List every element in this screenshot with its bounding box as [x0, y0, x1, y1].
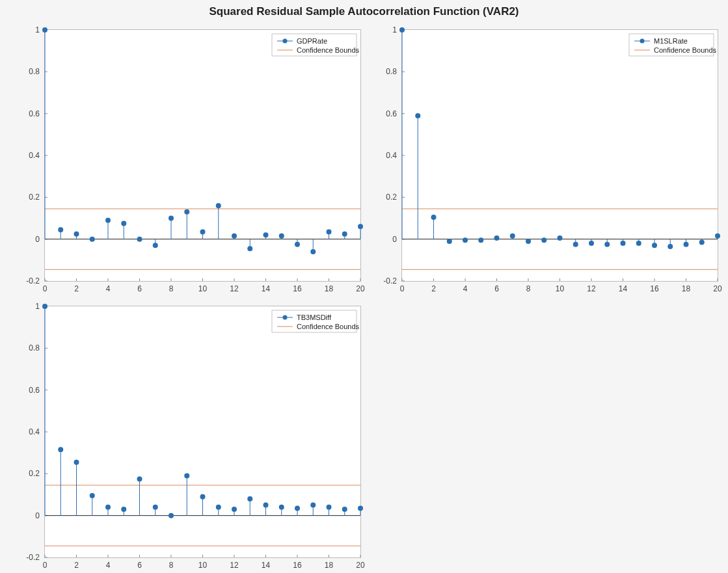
- svg-point-80: [358, 224, 363, 229]
- acf-panel-m1slrate: -0.200.20.40.60.8102468101214161820M1SLR…: [401, 29, 718, 282]
- svg-text:16: 16: [293, 561, 302, 570]
- svg-text:0.6: 0.6: [29, 109, 40, 118]
- svg-point-40: [42, 27, 47, 33]
- svg-point-246: [295, 505, 300, 511]
- svg-point-58: [184, 209, 189, 215]
- svg-point-74: [310, 249, 316, 254]
- svg-point-64: [232, 233, 237, 239]
- svg-point-151: [589, 241, 594, 246]
- svg-point-257: [283, 315, 288, 320]
- svg-point-46: [90, 237, 95, 242]
- svg-text:0.4: 0.4: [29, 151, 40, 160]
- svg-text:4: 4: [463, 284, 468, 293]
- svg-point-228: [153, 505, 158, 510]
- svg-text:0: 0: [43, 284, 47, 293]
- svg-text:6: 6: [494, 284, 499, 293]
- svg-text:4: 4: [106, 284, 111, 293]
- svg-point-157: [636, 241, 641, 246]
- svg-point-131: [431, 215, 437, 220]
- svg-point-155: [621, 241, 626, 246]
- svg-text:18: 18: [325, 284, 334, 293]
- svg-point-135: [463, 237, 468, 243]
- svg-point-72: [295, 242, 300, 247]
- svg-point-222: [105, 505, 111, 510]
- svg-text:Confidence Bounds: Confidence Bounds: [654, 46, 717, 54]
- svg-text:14: 14: [262, 284, 271, 293]
- svg-text:18: 18: [325, 561, 334, 570]
- acf-panel-tb3msdiff: -0.200.20.40.60.8102468101214161820TB3MS…: [44, 306, 361, 558]
- svg-text:0: 0: [35, 235, 40, 244]
- svg-point-167: [715, 233, 720, 239]
- svg-point-129: [415, 113, 420, 118]
- svg-text:1: 1: [35, 25, 40, 34]
- svg-text:10: 10: [198, 561, 208, 570]
- svg-point-48: [105, 218, 111, 223]
- svg-point-159: [652, 243, 657, 248]
- svg-text:20: 20: [356, 561, 365, 570]
- svg-text:GDPRate: GDPRate: [297, 37, 327, 45]
- svg-text:6: 6: [137, 561, 142, 570]
- svg-point-161: [667, 244, 673, 249]
- acf-panel-gdprate: -0.200.20.40.60.8102468101214161820GDPRa…: [44, 29, 361, 282]
- svg-text:0: 0: [400, 284, 405, 293]
- svg-text:-0.2: -0.2: [26, 276, 40, 286]
- svg-point-66: [247, 246, 252, 251]
- svg-text:0.4: 0.4: [386, 151, 397, 160]
- svg-text:0.6: 0.6: [386, 109, 397, 118]
- svg-point-226: [137, 476, 142, 481]
- svg-text:0.2: 0.2: [386, 193, 397, 202]
- svg-point-153: [604, 242, 610, 247]
- svg-text:16: 16: [650, 284, 659, 293]
- svg-point-52: [137, 237, 142, 242]
- svg-text:10: 10: [556, 284, 565, 293]
- svg-text:-0.2: -0.2: [383, 276, 397, 286]
- svg-text:2: 2: [74, 561, 79, 570]
- svg-point-70: [279, 233, 284, 239]
- svg-text:14: 14: [262, 561, 271, 570]
- svg-point-147: [558, 235, 563, 241]
- svg-point-230: [169, 513, 174, 518]
- svg-text:M1SLRate: M1SLRate: [654, 37, 688, 45]
- svg-point-170: [640, 39, 645, 44]
- svg-point-143: [526, 239, 531, 244]
- figure-title: Squared Residual Sample Autocorrelation …: [0, 5, 728, 18]
- svg-point-60: [200, 229, 206, 234]
- svg-point-240: [247, 496, 252, 501]
- svg-text:6: 6: [137, 284, 142, 293]
- svg-point-252: [342, 507, 347, 512]
- svg-point-242: [263, 503, 269, 508]
- svg-text:18: 18: [682, 284, 691, 293]
- svg-text:-0.2: -0.2: [26, 553, 40, 562]
- svg-point-54: [153, 243, 158, 248]
- svg-text:10: 10: [198, 284, 208, 293]
- svg-point-216: [58, 447, 63, 452]
- figure: Squared Residual Sample Autocorrelation …: [0, 0, 728, 573]
- svg-point-141: [510, 233, 515, 239]
- svg-text:12: 12: [230, 284, 239, 293]
- svg-point-139: [494, 235, 500, 241]
- svg-point-56: [169, 216, 174, 221]
- svg-point-44: [74, 232, 79, 237]
- svg-text:TB3MSDiff: TB3MSDiff: [297, 313, 332, 321]
- svg-point-250: [327, 505, 332, 510]
- svg-point-78: [342, 232, 347, 237]
- svg-text:8: 8: [169, 284, 174, 293]
- svg-text:12: 12: [230, 561, 239, 570]
- svg-point-68: [263, 232, 269, 237]
- svg-point-224: [121, 507, 126, 512]
- svg-point-83: [283, 39, 288, 44]
- svg-text:0: 0: [35, 511, 40, 520]
- svg-text:4: 4: [106, 561, 111, 570]
- svg-point-163: [684, 242, 689, 247]
- svg-point-149: [573, 242, 578, 247]
- svg-point-238: [232, 507, 237, 512]
- svg-text:Confidence Bounds: Confidence Bounds: [297, 46, 360, 54]
- svg-text:0.8: 0.8: [29, 343, 40, 353]
- svg-text:14: 14: [619, 284, 628, 293]
- svg-text:8: 8: [526, 284, 531, 293]
- svg-point-50: [121, 221, 126, 226]
- svg-text:0.8: 0.8: [29, 67, 40, 76]
- svg-text:8: 8: [169, 561, 174, 570]
- svg-point-76: [327, 229, 332, 234]
- svg-text:0.4: 0.4: [29, 427, 40, 436]
